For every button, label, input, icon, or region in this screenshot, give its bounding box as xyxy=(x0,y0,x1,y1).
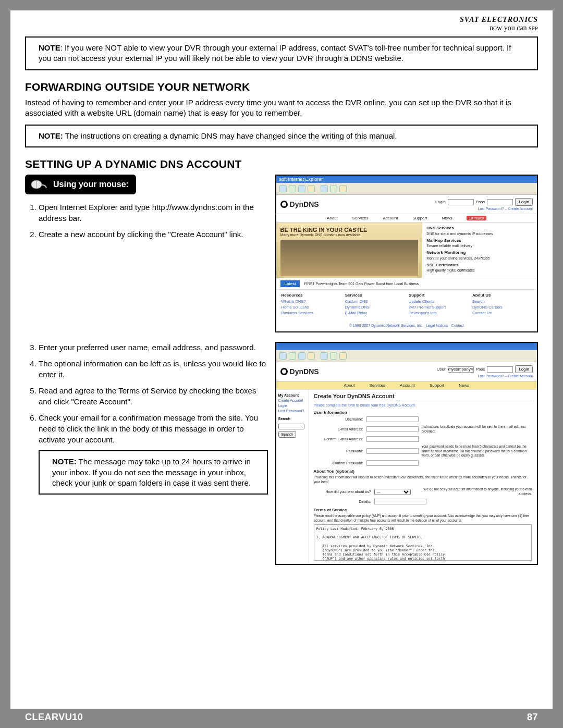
nav-link[interactable]: Create Account xyxy=(278,399,306,402)
col-link[interactable]: Contact Us xyxy=(472,311,532,315)
menu-item[interactable]: Account xyxy=(383,216,398,220)
details-input[interactable] xyxy=(374,499,426,504)
menu-item[interactable]: Services xyxy=(352,216,369,220)
logo-text: DynDNS xyxy=(290,367,319,376)
create-account-link[interactable]: Create Account xyxy=(508,207,533,211)
field-label: E-mail Address: xyxy=(314,427,363,431)
col-link[interactable]: Developer's Info xyxy=(409,311,468,315)
menu-item[interactable]: News xyxy=(442,216,452,220)
col-link[interactable]: 24/7 Premier Support xyxy=(409,305,468,310)
nav-link[interactable]: Login xyxy=(278,404,306,408)
step-item: Open Internet Explorer and type http://w… xyxy=(39,202,268,224)
create-account-link[interactable]: Create Account xyxy=(508,374,533,378)
step-item: The optional information can be left as … xyxy=(39,358,268,380)
note-text: : If you were NOT able to view your DVR … xyxy=(39,43,511,63)
email-tip: Instructions to activate your account wi… xyxy=(422,425,532,434)
hear-select[interactable]: — xyxy=(374,489,411,495)
user-input[interactable] xyxy=(448,366,474,373)
hero-title: BE THE KING IN YOUR CASTLE xyxy=(280,227,419,233)
login-label: Login xyxy=(435,200,446,204)
about-tip: Providing this information will help us … xyxy=(314,475,532,484)
years-badge: 10 Years! xyxy=(467,216,486,220)
note-text: The instructions on creating a dynamic D… xyxy=(63,131,397,140)
username-input[interactable] xyxy=(366,416,419,422)
mouse-label: Using your mouse: xyxy=(53,180,129,189)
toolbar-icon xyxy=(330,352,337,360)
field-label: Confirm E-mail Address: xyxy=(314,437,363,441)
col-head: Support xyxy=(409,293,468,298)
menu-item[interactable]: Support xyxy=(430,383,444,388)
login-button[interactable]: Login xyxy=(515,365,533,373)
lost-password-link[interactable]: Lost Password? xyxy=(478,207,504,211)
confirm-password-input[interactable] xyxy=(366,460,419,466)
login-input[interactable] xyxy=(448,199,474,205)
login-button[interactable]: Login xyxy=(515,198,533,206)
email-input[interactable] xyxy=(366,426,419,432)
col-link[interactable]: Dynamic DNS xyxy=(345,305,405,310)
logo-ring-icon xyxy=(280,201,288,208)
menu-item[interactable]: Services xyxy=(369,383,385,388)
menu-item[interactable]: Account xyxy=(400,383,415,388)
tos-textbox[interactable]: Policy Last Modified: February 6, 2006 1… xyxy=(314,524,532,561)
ie-toolbar xyxy=(276,183,537,195)
col-head: Resources xyxy=(282,293,341,298)
col-link[interactable]: Business Services xyxy=(282,311,341,315)
page-footer: CLEARVU10 87 xyxy=(10,709,553,726)
brand-tagline: now you can see xyxy=(25,24,538,32)
col-link[interactable]: Update Clients xyxy=(409,299,468,304)
side-h: Network Monitoring xyxy=(426,250,533,255)
field-label: Details: xyxy=(314,500,371,503)
field-label: How did you hear about us? xyxy=(314,490,371,493)
password-input[interactable] xyxy=(366,448,419,454)
side-nav: My Account Create Account Login Lost Pas… xyxy=(276,390,309,564)
note-label: NOTE: xyxy=(52,457,77,466)
note-box-2: NOTE: The instructions on creating a dyn… xyxy=(25,125,538,147)
pass-input[interactable] xyxy=(487,199,513,205)
menu-item[interactable]: News xyxy=(459,383,469,388)
section-user-info: User Information xyxy=(314,410,532,415)
logo-text: DynDNS xyxy=(290,200,319,208)
lost-password-link[interactable]: Lost Password? xyxy=(478,374,504,378)
col-link[interactable]: Search xyxy=(472,299,532,304)
pass-label: Pass xyxy=(476,200,485,204)
nav-search-input[interactable] xyxy=(278,424,304,429)
brand-name: SVAT ELECTRONICS xyxy=(25,16,538,24)
field-label: Password: xyxy=(314,449,363,453)
col-head: Services xyxy=(345,293,405,298)
dyndns-logo: DynDNS xyxy=(280,367,319,376)
menu-item[interactable]: About xyxy=(327,216,338,220)
nav-link[interactable]: Lost Password? xyxy=(278,409,306,413)
toolbar-icon xyxy=(308,352,315,360)
note-label: NOTE xyxy=(39,43,60,52)
hero-subtitle: Many more Dynamic DNS domains now availa… xyxy=(280,233,419,237)
col-link[interactable]: Home Solutions xyxy=(282,305,341,310)
pass-input[interactable] xyxy=(487,366,513,373)
side-t: DNS for static and dynamic IP addresses xyxy=(426,232,493,236)
latest-news-text: FIRST Powerknights Team 501 Gets Power B… xyxy=(304,282,419,286)
footer-model: CLEARVU10 xyxy=(25,712,83,723)
tos-intro: Please read the acceptable use policy (A… xyxy=(314,514,532,523)
para-forwarding: Instead of having to remember and enter … xyxy=(25,97,538,119)
confirm-email-input[interactable] xyxy=(366,436,419,442)
nav-title: My Account xyxy=(278,393,306,397)
castle-image xyxy=(280,240,419,276)
col-link[interactable]: What is DNS? xyxy=(282,299,341,304)
latest-button[interactable]: Latest xyxy=(280,280,300,287)
col-link[interactable]: E-Mail Relay xyxy=(345,311,405,315)
hear-tip: We do not sell your account information … xyxy=(414,487,532,496)
copyright-footer: © 1998-2007 Dynamic Network Services, In… xyxy=(276,319,537,331)
menu-item[interactable]: Support xyxy=(412,216,427,220)
step-item: Create a new account by clicking the "Cr… xyxy=(39,229,268,240)
hero-banner: BE THE KING IN YOUR CASTLE Many more Dyn… xyxy=(276,223,423,278)
ie-toolbar xyxy=(276,350,537,362)
menu-item[interactable]: About xyxy=(344,383,355,388)
side-h: SSL Certificates xyxy=(426,263,533,268)
col-link[interactable]: Custom DNS xyxy=(345,299,405,304)
step-item: Read and agree to the Terms of Service b… xyxy=(39,385,268,407)
dyndns-logo: DynDNS xyxy=(280,200,319,208)
nav-search-button[interactable]: Search xyxy=(278,431,296,438)
col-link[interactable]: DynDNS Careers xyxy=(472,305,532,310)
steps-list-a: Open Internet Explorer and type http://w… xyxy=(25,202,268,240)
toolbar-icon xyxy=(279,352,287,360)
link-columns: Resources What is DNS? Home Solutions Bu… xyxy=(276,290,537,319)
